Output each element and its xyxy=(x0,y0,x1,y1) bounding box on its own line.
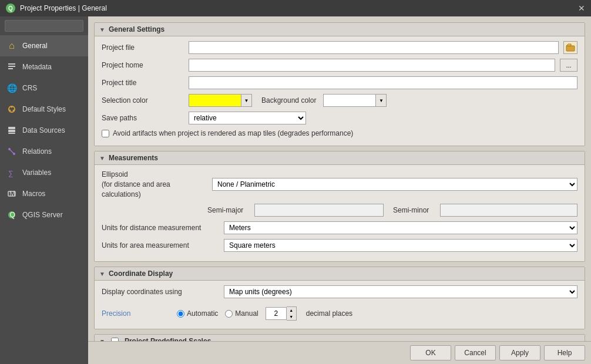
ellipsoid-sublabel: (for distance and area calculations) xyxy=(102,180,207,200)
search-box xyxy=(0,16,88,35)
precision-auto-option[interactable]: Automatic xyxy=(177,309,218,318)
project-file-label: Project file xyxy=(102,43,184,52)
svg-point-6 xyxy=(9,110,11,112)
avoid-artifacts-label: Avoid artifacts when project is rendered… xyxy=(113,129,353,137)
general-settings-body: Project file Project home ... xyxy=(95,36,585,146)
sidebar-label-metadata: Metadata xyxy=(22,63,52,71)
selection-color-selector: ▼ xyxy=(189,94,252,107)
content-scroll: ▼ General Settings Project file Proje xyxy=(88,16,591,341)
measurements-arrow: ▼ xyxy=(99,155,105,161)
project-file-row: Project file xyxy=(102,41,577,54)
svg-marker-19 xyxy=(566,44,571,46)
close-button[interactable]: ✕ xyxy=(578,4,585,13)
save-paths-select[interactable]: relative absolute xyxy=(189,112,306,124)
ellipsoid-select[interactable]: None / Planimetric xyxy=(212,178,577,191)
title-bar: Q Project Properties | General ✕ xyxy=(0,0,591,16)
measurements-title: Measurements xyxy=(109,154,158,162)
general-settings-title: General Settings xyxy=(109,25,164,33)
background-color-label: Background color xyxy=(261,96,316,105)
svg-rect-1 xyxy=(8,66,15,67)
window-title: Project Properties | General xyxy=(20,4,107,12)
project-file-browse-btn[interactable] xyxy=(563,41,577,54)
sidebar-label-relations: Relations xyxy=(22,147,52,156)
sidebar-item-relations[interactable]: Relations xyxy=(0,141,88,162)
styles-icon xyxy=(6,103,18,115)
relations-icon xyxy=(6,146,18,157)
svg-point-4 xyxy=(11,106,13,108)
coordinate-display-arrow: ▼ xyxy=(99,271,105,277)
sidebar-item-general[interactable]: ⌂ General xyxy=(0,35,88,56)
search-input[interactable] xyxy=(5,20,83,32)
sidebar-item-crs[interactable]: 🌐 CRS xyxy=(0,77,88,99)
help-button[interactable]: Help xyxy=(544,345,585,360)
display-coords-label: Display coordinates using xyxy=(102,288,219,296)
sidebar-item-qgis-server[interactable]: Q QGIS Server xyxy=(0,204,88,225)
semi-major-label: Semi-major xyxy=(207,206,250,214)
precision-spinbox: ▲ ▼ xyxy=(266,306,297,321)
selection-color-dropdown[interactable]: ▼ xyxy=(241,94,252,107)
spinbox-down-btn[interactable]: ▼ xyxy=(287,314,296,320)
spinbox-buttons: ▲ ▼ xyxy=(287,306,297,321)
sidebar-label-macros: Macros xyxy=(22,190,45,198)
sidebar-label-general: General xyxy=(22,42,48,50)
area-row: Units for area measurement Square meters… xyxy=(102,239,577,252)
sidebar-item-data-sources[interactable]: Data Sources xyxy=(0,120,88,141)
selection-color-box[interactable] xyxy=(189,94,241,107)
project-home-label: Project home xyxy=(102,61,184,69)
area-label: Units for area measurement xyxy=(102,241,219,250)
general-settings-header[interactable]: ▼ General Settings xyxy=(95,23,585,36)
data-sources-icon xyxy=(6,124,18,136)
crs-icon: 🌐 xyxy=(6,82,18,94)
general-settings-arrow: ▼ xyxy=(99,26,105,33)
sidebar-item-macros[interactable]: M Macros xyxy=(0,183,88,204)
bottom-bar: OK Cancel Apply Help xyxy=(88,341,591,364)
project-file-input[interactable] xyxy=(189,41,559,54)
background-color-dropdown[interactable]: ▼ xyxy=(376,94,387,107)
predefined-scales-header[interactable]: ▼ Project Predefined Scales xyxy=(95,335,585,341)
precision-manual-radio[interactable] xyxy=(225,310,233,318)
project-home-row: Project home ... xyxy=(102,59,577,72)
precision-auto-radio[interactable] xyxy=(177,310,184,318)
display-coords-select[interactable]: Map units (degrees) Degrees, decimal xyxy=(224,285,577,298)
svg-rect-0 xyxy=(8,63,15,65)
area-select[interactable]: Square meters Square kilometers xyxy=(224,239,577,252)
save-paths-row: Save paths relative absolute xyxy=(102,112,577,124)
precision-label: Precision xyxy=(102,309,172,318)
precision-value-input[interactable] xyxy=(266,307,287,320)
svg-rect-18 xyxy=(566,46,575,51)
sidebar-item-variables[interactable]: ∑ Variables xyxy=(0,162,88,183)
sidebar-item-default-styles[interactable]: Default Styles xyxy=(0,99,88,120)
apply-button[interactable]: Apply xyxy=(499,345,540,360)
metadata-icon xyxy=(6,61,18,73)
spinbox-up-btn[interactable]: ▲ xyxy=(287,307,296,314)
macros-icon: M xyxy=(6,188,18,200)
project-title-input[interactable] xyxy=(189,76,577,89)
sidebar-label-crs: CRS xyxy=(22,84,37,92)
cancel-button[interactable]: Cancel xyxy=(455,345,496,360)
main-container: ⌂ General Metadata 🌐 CRS Default Styles xyxy=(0,16,591,364)
svg-point-5 xyxy=(13,110,15,112)
sidebar: ⌂ General Metadata 🌐 CRS Default Styles xyxy=(0,16,88,364)
app-logo: Q xyxy=(6,4,15,13)
distance-select[interactable]: Meters Kilometers Feet xyxy=(224,221,577,234)
distance-label: Units for distance measurement xyxy=(102,224,219,232)
project-title-row: Project title xyxy=(102,76,577,89)
precision-manual-label: Manual xyxy=(235,309,258,318)
background-color-box[interactable] xyxy=(323,94,376,107)
project-home-browse-btn[interactable]: ... xyxy=(560,59,577,72)
project-home-input[interactable] xyxy=(189,59,555,72)
avoid-artifacts-checkbox[interactable] xyxy=(102,130,109,137)
variables-icon: ∑ xyxy=(6,167,18,178)
selection-color-label: Selection color xyxy=(102,96,184,105)
ok-button[interactable]: OK xyxy=(410,345,451,360)
measurements-header[interactable]: ▼ Measurements xyxy=(95,151,585,165)
qgis-server-icon: Q xyxy=(6,209,18,221)
coordinate-display-header[interactable]: ▼ Coordinate Display xyxy=(95,267,585,281)
ellipsoid-label-block: Ellipsoid (for distance and area calcula… xyxy=(102,170,207,199)
svg-line-12 xyxy=(9,149,14,154)
measurements-section: ▼ Measurements Ellipsoid (for distance a… xyxy=(94,151,585,262)
precision-manual-option[interactable]: Manual xyxy=(225,309,258,318)
background-color-selector: ▼ xyxy=(323,94,387,107)
save-paths-label: Save paths xyxy=(102,114,184,122)
sidebar-item-metadata[interactable]: Metadata xyxy=(0,56,88,77)
